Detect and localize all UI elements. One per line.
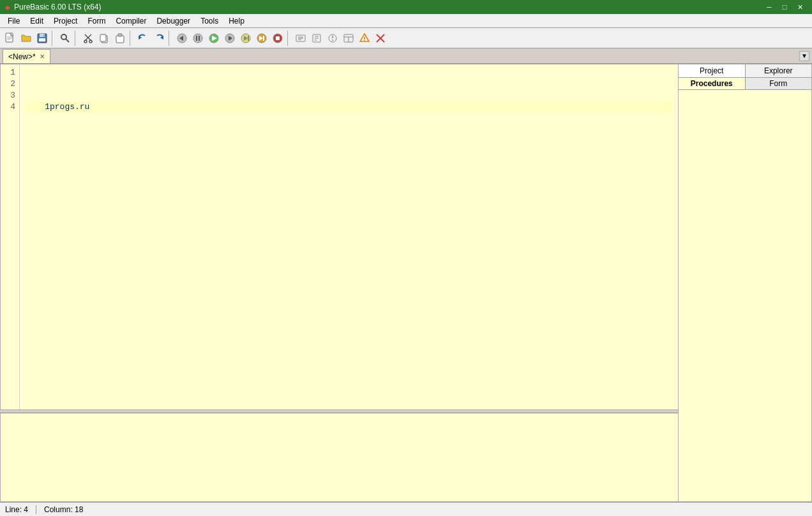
run-prev-button[interactable] <box>174 31 190 46</box>
svg-point-12 <box>84 40 87 43</box>
run-next-icon <box>224 33 236 44</box>
editor-tab[interactable]: <New>* ✕ <box>3 49 50 63</box>
menu-project[interactable]: Project <box>49 14 82 27</box>
svg-point-53 <box>364 40 365 41</box>
panel-tab-project[interactable]: Project <box>679 64 746 77</box>
svg-rect-23 <box>196 36 197 41</box>
svg-rect-6 <box>39 38 45 41</box>
right-panel-tabs: Project Explorer <box>679 64 811 78</box>
close-dbg-icon <box>375 33 386 44</box>
dbg5-button[interactable] <box>357 31 372 46</box>
app-title: PureBasic 6.00 LTS (x64) <box>14 3 102 11</box>
tab-label: <New>* <box>8 52 36 61</box>
editor-line-2 <box>25 78 673 90</box>
line-numbers: 1 2 3 4 <box>1 64 20 409</box>
menu-compiler[interactable]: Compiler <box>110 14 151 27</box>
open-button[interactable] <box>19 31 34 46</box>
run-icon <box>208 33 220 44</box>
dbg3-button[interactable] <box>325 31 340 46</box>
cut-button[interactable] <box>80 31 96 46</box>
menu-edit[interactable]: Edit <box>25 14 49 27</box>
menu-debugger[interactable]: Debugger <box>151 14 195 27</box>
editor-line-3 <box>25 90 673 101</box>
stop-icon <box>272 33 283 44</box>
dbg2-button[interactable] <box>309 31 324 46</box>
step-next-icon <box>256 33 267 44</box>
svg-rect-17 <box>118 34 122 36</box>
run-prev-icon <box>176 33 188 44</box>
toolbar-sep-4 <box>169 31 172 46</box>
line-number-4: 4 <box>1 101 15 113</box>
tab-dropdown-button[interactable]: ▼ <box>799 51 809 61</box>
redo-icon <box>153 33 165 44</box>
toolbar-sep-3 <box>130 31 133 46</box>
paste-button[interactable] <box>112 31 128 46</box>
dbg4-icon <box>343 33 354 44</box>
dbg2-icon <box>311 33 322 44</box>
line-number-3: 3 <box>1 90 15 101</box>
menu-help[interactable]: Help <box>223 14 250 27</box>
new-button[interactable] <box>3 31 18 46</box>
editor-area[interactable]: 1 2 3 4 1progs.ru <box>0 64 678 410</box>
window-controls: ─ □ ✕ <box>762 0 807 14</box>
svg-line-9 <box>66 39 69 42</box>
svg-rect-15 <box>100 34 106 41</box>
panel-tab-explorer[interactable]: Explorer <box>746 64 812 77</box>
open-icon <box>20 33 32 44</box>
dbg3-icon <box>327 33 338 44</box>
status-bar: Line: 4 Column: 18 <box>0 502 812 516</box>
run-next-button[interactable] <box>222 31 237 46</box>
status-line: Line: 4 <box>5 505 36 514</box>
close-dbg-button[interactable] <box>373 31 388 46</box>
find-button[interactable] <box>57 31 73 46</box>
status-column: Column: 18 <box>44 505 83 514</box>
maximize-button[interactable]: □ <box>778 0 792 14</box>
menu-form[interactable]: Form <box>82 14 110 27</box>
step-button[interactable] <box>238 31 253 46</box>
minimize-button[interactable]: ─ <box>762 0 776 14</box>
save-button[interactable] <box>34 31 50 46</box>
panel-subtab-form[interactable]: Form <box>746 78 812 89</box>
pause-button[interactable] <box>190 31 206 46</box>
undo-button[interactable] <box>135 31 151 46</box>
find-icon <box>59 33 71 44</box>
code-line-4: 1progs.ru <box>25 102 89 112</box>
new-icon <box>4 33 16 44</box>
right-panel: Project Explorer Procedures Form <box>678 64 812 502</box>
tab-close-button[interactable]: ✕ <box>40 53 45 60</box>
menu-tools[interactable]: Tools <box>195 14 223 27</box>
right-panel-subtabs: Procedures Form <box>679 78 811 90</box>
save-icon <box>36 33 48 44</box>
editor-line-1 <box>25 67 673 78</box>
title-bar: ◆ PureBasic 6.00 LTS (x64) ─ □ ✕ <box>0 0 812 14</box>
toolbar-sep-5 <box>287 31 291 46</box>
editor-content[interactable]: 1progs.ru <box>20 64 678 409</box>
svg-rect-24 <box>199 36 200 41</box>
run-button[interactable] <box>206 31 222 46</box>
dbg5-icon <box>359 33 370 44</box>
right-panel-content <box>679 90 811 501</box>
output-panel <box>0 413 678 502</box>
undo-icon <box>137 33 149 44</box>
copy-button[interactable] <box>96 31 112 46</box>
step-icon <box>240 33 252 44</box>
redo-button[interactable] <box>151 31 167 46</box>
panel-subtab-procedures[interactable]: Procedures <box>679 78 746 89</box>
svg-rect-16 <box>116 36 124 43</box>
dbg1-button[interactable] <box>293 31 308 46</box>
toolbar-sep-2 <box>75 31 79 46</box>
dbg4-button[interactable] <box>341 31 356 46</box>
tab-bar: <New>* ✕ ▼ <box>0 48 812 64</box>
stop-button[interactable] <box>270 31 285 46</box>
line-number-2: 2 <box>1 78 15 90</box>
menu-file[interactable]: File <box>3 14 25 27</box>
pause-icon <box>192 33 204 44</box>
svg-point-8 <box>61 34 66 40</box>
step-next-button[interactable] <box>254 31 269 46</box>
svg-point-13 <box>89 40 92 43</box>
title-text: ◆ PureBasic 6.00 LTS (x64) <box>5 3 102 11</box>
app-icon: ◆ <box>5 4 10 11</box>
copy-icon <box>98 33 110 44</box>
dbg1-icon <box>295 33 306 44</box>
close-button[interactable]: ✕ <box>793 0 807 14</box>
